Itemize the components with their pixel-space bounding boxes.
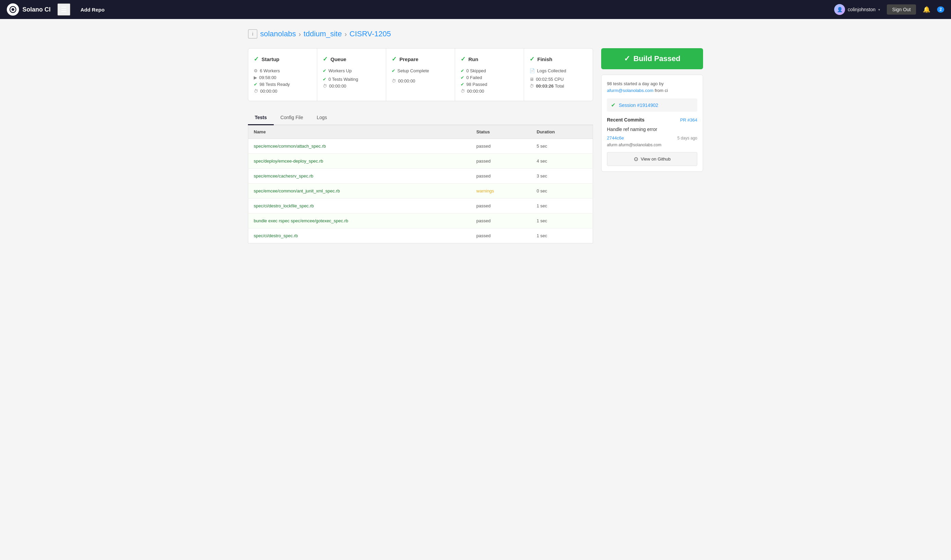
table-row: spec/deploy/emcee-deploy_spec.rbpassed4 … <box>248 154 593 169</box>
col-duration: Duration <box>531 125 593 139</box>
stage-queue-title: Queue <box>330 56 347 62</box>
stage-finish-check: ✓ <box>530 55 535 63</box>
test-table: Name Status Duration spec/emcee/common/a… <box>248 125 593 243</box>
stage-prepare-check: ✓ <box>391 55 397 63</box>
commit-time: 5 days ago <box>677 136 697 140</box>
list-item: ✔ 98 Tests Ready <box>254 82 311 87</box>
test-status-cell: passed <box>471 139 531 154</box>
signout-button[interactable]: Sign Out <box>887 5 916 15</box>
view-on-github-button[interactable]: ⊙ View on Github <box>607 152 697 166</box>
right-panel: ✓ Build Passed 98 tests started a day ag… <box>601 48 703 172</box>
check-icon: ✔ <box>461 75 464 80</box>
user-menu[interactable]: 👤 colinjohnston ▾ <box>834 4 880 15</box>
brand-name: Solano CI <box>22 6 51 13</box>
cpu-icon: 🖥 <box>530 77 534 82</box>
list-item: ▶ 09:58:00 <box>254 75 311 80</box>
check-icon: ✔ <box>254 82 257 87</box>
stage-queue-check: ✓ <box>323 55 328 63</box>
test-status-cell: passed <box>471 198 531 214</box>
test-name-cell: spec/ci/destro_spec.rb <box>248 228 471 243</box>
test-duration-cell: 5 sec <box>531 139 593 154</box>
test-status-cell: passed <box>471 228 531 243</box>
table-row: spec/ci/destro_spec.rbpassed1 sec <box>248 228 593 243</box>
stage-run-check: ✓ <box>461 55 465 63</box>
failed-label: 0 Failed <box>466 75 482 80</box>
pipeline: ✓ Startup ⚙ 6 Workers ▶ 09:58:00 <box>248 48 593 101</box>
workers-up-label: Workers Up <box>328 68 351 73</box>
check-icon: ✔ <box>461 82 464 87</box>
tab-tests[interactable]: Tests <box>248 111 274 125</box>
table-row: spec/ci/destro_lockfile_spec.rbpassed1 s… <box>248 198 593 214</box>
test-duration-cell: 0 sec <box>531 184 593 198</box>
test-duration-cell: 1 sec <box>531 228 593 243</box>
test-status-cell: warnings <box>471 184 531 198</box>
build-passed-check: ✓ <box>624 54 630 63</box>
stage-run-title: Run <box>469 56 478 62</box>
table-row: spec/emcee/common/ant_junit_xml_spec.rbw… <box>248 184 593 198</box>
breadcrumb-build-id[interactable]: CISRV-1205 <box>350 29 391 38</box>
stage-queue: ✓ Queue ✔ Workers Up ✔ <box>317 49 386 101</box>
tests-waiting-label: 0 Tests Waiting <box>328 77 358 82</box>
tab-logs[interactable]: Logs <box>310 111 333 125</box>
user-dropdown-arrow: ▾ <box>878 8 880 12</box>
clock-icon: ⏱ <box>254 89 258 94</box>
passed-label: 98 Passed <box>466 82 487 87</box>
test-duration-cell: 4 sec <box>531 154 593 169</box>
clock-icon: ⏱ <box>461 89 465 94</box>
build-info-text: 98 tests started a day ago by afurm@sola… <box>607 80 697 94</box>
notification-badge: 2 <box>937 6 944 12</box>
build-passed-button[interactable]: ✓ Build Passed <box>601 48 703 69</box>
navbar: Solano CI ☰ Add Repo 👤 colinjohnston ▾ S… <box>0 0 951 19</box>
test-name-cell: spec/deploy/emcee-deploy_spec.rb <box>248 154 471 169</box>
list-item: ⏱ 00:03:26 Total <box>530 83 587 89</box>
pr-link[interactable]: PR #364 <box>680 117 697 123</box>
workers-icon: ⚙ <box>254 68 258 73</box>
test-status-cell: passed <box>471 154 531 169</box>
col-status: Status <box>471 125 531 139</box>
breadcrumb-repo[interactable]: tddium_site <box>304 29 342 38</box>
list-item: ⏱ 00:00:00 <box>391 78 449 83</box>
test-duration-cell: 1 sec <box>531 214 593 228</box>
doc-icon: 📄 <box>530 68 535 73</box>
test-name-cell: spec/emcee/common/attach_spec.rb <box>248 139 471 154</box>
stage-startup-title: Startup <box>262 56 279 62</box>
list-item: ✔ 0 Tests Waiting <box>323 77 381 82</box>
page-content: i solanolabs › tddium_site › CISRV-1205 … <box>238 19 713 254</box>
recent-commits-title: Recent Commits <box>607 117 644 123</box>
commit-hash-link[interactable]: 2744c6e <box>607 135 624 140</box>
stage-prepare-title: Prepare <box>399 56 418 62</box>
session-check-icon: ✔ <box>611 102 615 108</box>
brand: Solano CI <box>7 3 51 15</box>
clock-icon: ⏱ <box>391 78 396 83</box>
commit-meta: 2744c6e 5 days ago <box>607 135 697 140</box>
setup-complete-label: Setup Complete <box>398 68 429 73</box>
build-info-card: 98 tests started a day ago by afurm@sola… <box>601 75 703 172</box>
workers-label: 6 Workers <box>260 68 280 73</box>
stage-finish-title: Finish <box>537 56 552 62</box>
table-header-row: Name Status Duration <box>248 125 593 139</box>
tests-ready-label: 98 Tests Ready <box>259 82 290 87</box>
stage-run: ✓ Run ✔ 0 Skipped ✔ 0 Failed ✔ <box>455 49 524 101</box>
build-info-email-link[interactable]: afurm@solanolabs.com <box>607 88 654 93</box>
list-item: ✔ 0 Failed <box>461 75 518 80</box>
tabs: Tests Config File Logs <box>248 111 593 125</box>
list-item: ⏱ 00:00:00 <box>254 89 311 94</box>
test-duration-cell: 3 sec <box>531 169 593 184</box>
list-item: 🖥 00:02:55 CPU <box>530 77 587 82</box>
breadcrumb-org[interactable]: solanolabs <box>260 29 296 38</box>
avatar: 👤 <box>834 4 845 15</box>
test-status-cell: passed <box>471 169 531 184</box>
run-duration: 00:00:00 <box>467 89 484 94</box>
table-row: bundle exec rspec spec/emcee/gotexec_spe… <box>248 214 593 228</box>
add-repo-button[interactable]: Add Repo <box>77 5 108 15</box>
col-name: Name <box>248 125 471 139</box>
session-link[interactable]: Session #1914902 <box>619 103 658 108</box>
hamburger-button[interactable]: ☰ <box>57 3 70 15</box>
tab-config[interactable]: Config File <box>274 111 310 125</box>
total-clock-icon: ⏱ <box>530 83 534 89</box>
logs-collected-label: Logs Collected <box>537 68 566 73</box>
notification-bell[interactable]: 🔔 <box>923 6 930 13</box>
test-name-cell: bundle exec rspec spec/emcee/gotexec_spe… <box>248 214 471 228</box>
info-icon[interactable]: i <box>248 29 257 39</box>
list-item: ✔ 98 Passed <box>461 82 518 87</box>
